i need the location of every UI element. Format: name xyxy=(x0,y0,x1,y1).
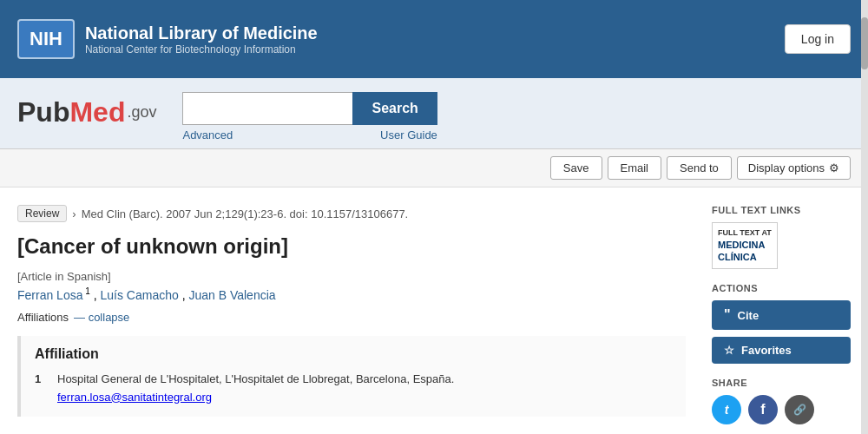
advanced-search-link[interactable]: Advanced xyxy=(182,128,233,141)
share-section: SHARE t f 🔗 xyxy=(712,378,851,424)
favorites-button[interactable]: ☆ Favorites xyxy=(712,337,851,364)
breadcrumb-separator: › xyxy=(72,207,76,220)
affiliation-item: 1 Hospital General de L'Hospitalet, L'Ho… xyxy=(35,371,672,407)
link-share-button[interactable]: 🔗 xyxy=(785,395,814,424)
facebook-icon: f xyxy=(760,402,765,418)
org-sub: National Center for Biotechnology Inform… xyxy=(85,43,318,56)
search-button[interactable]: Search xyxy=(352,92,437,125)
nih-logo: NIH National Library of Medicine Nationa… xyxy=(17,19,318,59)
search-area: Pub Med .gov Search Advanced User Guide xyxy=(0,78,868,149)
logo-pub-text: Pub xyxy=(17,96,69,128)
review-badge: Review xyxy=(17,205,67,222)
affiliation-text: Hospital General de L'Hospitalet, L'Hosp… xyxy=(57,371,454,407)
author-separator-1: , xyxy=(94,288,101,302)
display-options-button[interactable]: Display options ⚙ xyxy=(737,156,851,180)
share-title: SHARE xyxy=(712,378,851,388)
search-row: Search xyxy=(182,92,437,125)
affiliation-email[interactable]: ferran.losa@sanitatintegral.org xyxy=(57,391,212,404)
favorites-label: Favorites xyxy=(741,344,792,357)
author-sup-1: 1 xyxy=(82,286,89,296)
affiliations-row: Affiliations — collapse xyxy=(17,311,686,324)
affiliation-address: Hospital General de L'Hospitalet, L'Hosp… xyxy=(57,372,454,385)
send-to-button[interactable]: Send to xyxy=(667,156,732,180)
star-icon: ☆ xyxy=(724,344,734,357)
twitter-icon: t xyxy=(725,403,729,417)
actions-section: ACTIONS " Cite ☆ Favorites xyxy=(712,283,851,364)
user-guide-link[interactable]: User Guide xyxy=(380,128,437,141)
collapse-link[interactable]: — collapse xyxy=(74,311,129,324)
medicina-logo[interactable]: full text at MEDICINA CLÍNICA xyxy=(712,222,778,269)
scrollbar[interactable] xyxy=(861,0,868,434)
link-icon: 🔗 xyxy=(793,404,806,416)
actions-title: ACTIONS xyxy=(712,283,851,293)
author-juan-valencia[interactable]: Juan B Valencia xyxy=(188,288,275,302)
top-navigation: NIH National Library of Medicine Nationa… xyxy=(0,0,868,78)
org-name: National Library of Medicine xyxy=(85,23,318,43)
nih-badge: NIH xyxy=(17,19,75,59)
cite-label: Cite xyxy=(738,309,760,322)
cite-icon: " xyxy=(724,307,731,323)
search-input[interactable] xyxy=(182,92,352,125)
affiliation-number: 1 xyxy=(35,371,49,407)
article-authors: Ferran Losa 1 , Luís Camacho , Juan B Va… xyxy=(17,286,686,302)
breadcrumb: Review › Med Clin (Barc). 2007 Jun 2;129… xyxy=(17,205,686,222)
email-button[interactable]: Email xyxy=(608,156,662,180)
affiliation-heading: Affiliation xyxy=(35,346,672,362)
right-sidebar: FULL TEXT LINKS full text at MEDICINA CL… xyxy=(712,205,851,424)
display-options-label: Display options xyxy=(748,161,825,174)
twitter-share-button[interactable]: t xyxy=(712,395,741,424)
cite-button[interactable]: " Cite xyxy=(712,300,851,330)
login-button[interactable]: Log in xyxy=(785,24,851,54)
affiliations-label: Affiliations xyxy=(17,311,69,324)
nih-org-info: National Library of Medicine National Ce… xyxy=(85,23,318,56)
facebook-share-button[interactable]: f xyxy=(748,395,778,424)
share-icons: t f 🔗 xyxy=(712,395,851,424)
logo-gov-text: .gov xyxy=(127,103,156,122)
article-main: Review › Med Clin (Barc). 2007 Jun 2;129… xyxy=(17,205,686,424)
toolbar: Save Email Send to Display options ⚙ xyxy=(0,149,868,187)
pubmed-logo: Pub Med .gov xyxy=(17,96,156,128)
medicina-logo-text: full text at MEDICINA CLÍNICA xyxy=(718,228,772,263)
logo-med-text: Med xyxy=(69,96,125,128)
article-title: [Cancer of unknown origin] xyxy=(17,233,686,260)
scrollbar-thumb[interactable] xyxy=(861,17,868,69)
author-ferran-losa[interactable]: Ferran Losa xyxy=(17,288,82,302)
author-luis-camacho[interactable]: Luís Camacho xyxy=(101,288,179,302)
affiliation-box: Affiliation 1 Hospital General de L'Hosp… xyxy=(17,336,686,418)
gear-icon: ⚙ xyxy=(829,161,839,174)
search-links: Advanced User Guide xyxy=(182,128,437,141)
main-content: Review › Med Clin (Barc). 2007 Jun 2;129… xyxy=(0,187,868,434)
save-button[interactable]: Save xyxy=(550,156,602,180)
full-text-links-title: FULL TEXT LINKS xyxy=(712,205,851,215)
breadcrumb-citation: Med Clin (Barc). 2007 Jun 2;129(1):23-6.… xyxy=(82,207,409,220)
article-meta: [Article in Spanish] xyxy=(17,270,686,283)
